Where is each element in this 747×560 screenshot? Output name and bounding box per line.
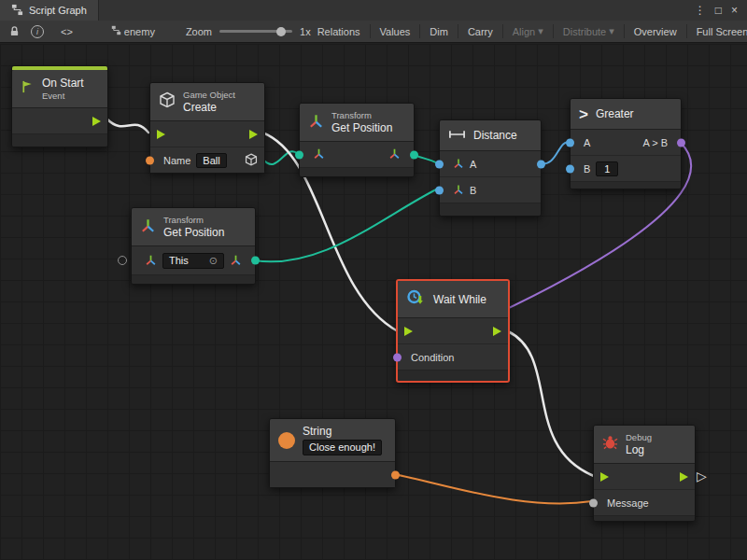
string-value-field[interactable]: Close enough! bbox=[303, 440, 382, 455]
code-icon[interactable]: <> bbox=[55, 21, 78, 43]
node-title: String bbox=[303, 425, 382, 438]
port-flow-in[interactable] bbox=[157, 130, 165, 139]
target-dropdown[interactable]: This ⊙ bbox=[162, 253, 224, 269]
object-picker-icon[interactable]: ⊙ bbox=[209, 255, 218, 267]
node-wait-while[interactable]: Wait While Condition bbox=[396, 279, 510, 383]
toolbar-separator bbox=[624, 24, 625, 38]
toolbar-separator bbox=[458, 24, 458, 38]
zoom-slider-knob[interactable] bbox=[276, 27, 286, 36]
node-title: Get Position bbox=[163, 226, 224, 239]
node-footer bbox=[594, 515, 695, 521]
node-title: Log bbox=[626, 443, 652, 456]
graph-name: enemy bbox=[124, 26, 155, 37]
node-debug-log[interactable]: Debug Log Message bbox=[593, 425, 696, 522]
zoom-label: Zoom bbox=[186, 26, 212, 37]
port-b-in[interactable] bbox=[566, 164, 574, 173]
port-a-in[interactable] bbox=[566, 138, 574, 147]
node-header: Wait While bbox=[398, 281, 508, 318]
bug-icon bbox=[602, 435, 618, 454]
toolbar-separator bbox=[686, 24, 687, 38]
port-flow-in[interactable] bbox=[404, 327, 413, 336]
align-button[interactable]: Align ▾ bbox=[506, 21, 550, 43]
node-header: String Close enough! bbox=[270, 419, 395, 462]
unconnected-port-indicator bbox=[118, 256, 127, 265]
port-string-out[interactable] bbox=[391, 470, 400, 479]
node-category: Transform bbox=[331, 110, 392, 120]
input-b-label: B bbox=[470, 185, 476, 196]
overview-button[interactable]: Overview bbox=[627, 21, 684, 43]
breadcrumb-graph[interactable]: enemy bbox=[105, 21, 162, 43]
script-graph-icon bbox=[11, 4, 23, 18]
port-position-out[interactable] bbox=[251, 257, 260, 265]
port-gameobject-out cube-icon[interactable] bbox=[245, 153, 258, 168]
node-title: Wait While bbox=[433, 293, 486, 306]
caret-down-icon: ▾ bbox=[538, 25, 543, 37]
node-footer bbox=[571, 181, 681, 189]
transform-axes-icon bbox=[140, 217, 156, 237]
vector3-axes-icon bbox=[230, 254, 242, 268]
port-flow-in[interactable] bbox=[600, 472, 609, 482]
port-a-in[interactable] bbox=[435, 160, 444, 168]
node-header: Distance bbox=[440, 120, 541, 151]
toolbar-separator bbox=[419, 24, 420, 38]
distribute-button[interactable]: Distribute ▾ bbox=[557, 21, 621, 43]
node-get-position-2[interactable]: Transform Get Position This ⊙ bbox=[131, 207, 256, 285]
graph-breadcrumb-icon bbox=[111, 25, 121, 37]
vector3-axes-icon bbox=[388, 147, 401, 161]
port-message-in[interactable] bbox=[589, 498, 598, 507]
window-title: Script Graph bbox=[29, 5, 87, 16]
node-header: Debug Log bbox=[594, 426, 695, 464]
port-name-in[interactable] bbox=[146, 156, 154, 164]
port-condition-in[interactable] bbox=[393, 353, 402, 361]
node-footer bbox=[398, 370, 508, 381]
full-screen-button[interactable]: Full Screen bbox=[690, 21, 747, 43]
caret-down-icon: ▾ bbox=[609, 25, 614, 37]
node-string[interactable]: String Close enough! bbox=[269, 418, 396, 488]
node-header: On Start Event bbox=[12, 70, 107, 108]
node-get-position-1[interactable]: Transform Get Position bbox=[299, 103, 415, 177]
carry-button[interactable]: Carry bbox=[461, 21, 500, 43]
maximize-icon[interactable]: □ bbox=[715, 4, 722, 17]
port-result-out[interactable] bbox=[537, 160, 545, 168]
graph-toolbar: i <> enemy Zoom 1x Relations Values Dim … bbox=[0, 21, 747, 43]
values-button[interactable]: Values bbox=[374, 21, 417, 43]
close-icon[interactable]: × bbox=[731, 4, 738, 17]
b-value-field[interactable]: 1 bbox=[596, 161, 618, 176]
zoom-slider[interactable] bbox=[219, 30, 292, 33]
node-title: Distance bbox=[473, 129, 517, 142]
port-flow-out[interactable] bbox=[249, 130, 258, 139]
toolbar-separator bbox=[553, 24, 554, 38]
transform-axes-icon bbox=[308, 113, 324, 133]
info-icon[interactable]: i bbox=[25, 21, 49, 43]
port-position-out[interactable] bbox=[410, 150, 418, 159]
node-distance[interactable]: Distance A B bbox=[439, 119, 542, 217]
lock-icon[interactable] bbox=[4, 21, 25, 43]
name-value-field[interactable]: Ball bbox=[196, 153, 226, 168]
node-footer bbox=[132, 274, 255, 284]
node-title: Greater bbox=[596, 107, 634, 120]
port-flow-out[interactable] bbox=[92, 117, 101, 126]
node-category: Transform bbox=[163, 215, 224, 225]
input-a-label: A bbox=[584, 137, 590, 148]
port-transform-in[interactable] bbox=[295, 150, 303, 159]
name-label: Name bbox=[163, 155, 190, 166]
zoom-value: 1x bbox=[300, 26, 311, 37]
port-flow-out[interactable] bbox=[680, 472, 688, 482]
node-on-start[interactable]: On Start Event bbox=[11, 65, 108, 147]
tab-script-graph[interactable]: Script Graph bbox=[0, 0, 99, 21]
window-menu-icon[interactable]: ⋮ bbox=[695, 4, 706, 17]
node-create[interactable]: Game Object Create Name Ball bbox=[149, 82, 265, 174]
input-a-label: A bbox=[470, 159, 476, 170]
node-footer bbox=[440, 203, 541, 216]
port-result-out[interactable] bbox=[677, 138, 685, 147]
wait-clock-icon bbox=[406, 288, 426, 311]
port-flow-out[interactable] bbox=[493, 327, 501, 336]
port-b-in[interactable] bbox=[435, 186, 444, 194]
dim-button[interactable]: Dim bbox=[423, 21, 455, 43]
relations-button[interactable]: Relations bbox=[311, 21, 367, 43]
vector3-axes-icon bbox=[453, 184, 464, 197]
node-greater[interactable]: > Greater A A > B B 1 bbox=[570, 98, 682, 189]
toolbar-separator bbox=[370, 24, 371, 38]
node-category: Debug bbox=[626, 432, 652, 442]
vector3-axes-icon bbox=[313, 147, 325, 161]
